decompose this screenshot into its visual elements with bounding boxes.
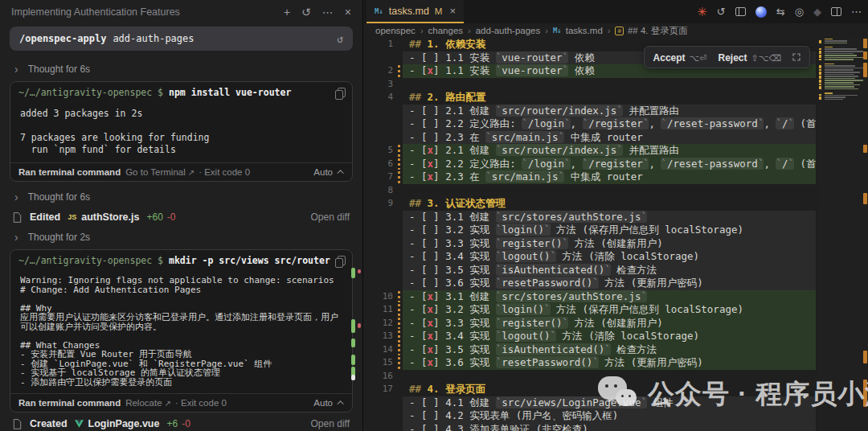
conversation-title: Implementing Authentication Features [11,6,272,18]
agent-panel: Implementing Authentication Features + ↺… [0,0,363,431]
chevron-right-icon: › [420,26,424,35]
more-actions-icon[interactable]: ⋯ [851,6,862,17]
timeline-history-icon[interactable]: ↺ [717,6,726,17]
line-number: 1 [364,38,393,51]
edited-file-row[interactable]: Edited JS authStore.js +60 -0 Open diff [0,207,362,227]
slash-command-chip[interactable]: /openspec-apply add-auth-pages ↺ [10,27,353,51]
rerun-command-icon[interactable]: ↺ [337,33,343,45]
thought-row[interactable]: › Thought for 2s [0,227,362,248]
code-line[interactable]: - [ ] 2.3 在 `src/main.js` 中集成 router [364,131,816,145]
close-panel-icon[interactable]: × [345,6,351,18]
auto-mode-dropdown[interactable]: Auto [313,167,344,177]
code-line[interactable]: - [ ] 3.3 实现 `register()` 方法 (创建新用户) [364,237,816,251]
terminal-output-line: 应用需要用户认证功能来区分访客和已登录用户。通过添加注册和登录页面，用户 [20,313,342,322]
split-editor-icon[interactable] [831,7,841,16]
code-text: - [ ] 3.2 实现 `login()` 方法 (保存用户信息到 local… [403,224,816,237]
more-actions-icon[interactable]: ⋯ [322,6,334,18]
code-area[interactable]: 1## 1. 依赖安装- [ ] 1.1 安装 `vue-router` 依赖2… [364,38,816,431]
code-text: - [x] 2.2 定义路由: `/login`, `/register`, `… [403,158,816,171]
code-line[interactable]: 11- [x] 3.2 实现 `login()` 方法 (保存用户信息到 loc… [364,303,816,317]
code-line[interactable]: - [ ] 3.5 实现 `isAuthenticated()` 检查方法 [364,264,816,277]
code-line[interactable]: 4## 2. 路由配置 [364,91,816,105]
terminal-output: added 3 packages in 2s 7 packages are lo… [10,103,352,162]
diamond-icon[interactable]: ◆ [813,6,821,17]
markdown-file-icon: M↓ [375,7,383,15]
line-number [364,131,393,145]
code-text [403,184,816,198]
code-line[interactable]: 7- [x] 2.3 在 `src/main.js` 中集成 router [364,170,816,184]
line-number: 17 [364,383,393,396]
reject-button[interactable]: Reject⇧⌥⌫ [719,50,781,64]
agent-spark-icon[interactable]: ✳ [697,6,707,18]
thought-row[interactable]: › Thought for 6s [0,59,362,80]
editor-title-actions: ✳ ↺ ⇆ ◎ ◆ ⋯ [697,0,862,23]
auto-mode-dropdown[interactable]: Auto [313,398,344,408]
created-file-row[interactable]: Created LoginPage.vue +6 -0 Open diff [0,414,362,431]
copy-icon[interactable] [335,256,344,266]
expand-icon[interactable] [792,53,800,61]
code-line[interactable]: 10- [x] 3.1 创建 `src/stores/authStore.js` [364,290,816,304]
slash-command-arg: add-auth-pages [113,33,194,44]
accept-label: Accept [653,52,686,64]
open-diff-link[interactable]: Open diff [311,211,350,223]
go-to-terminal-link[interactable]: Go to Terminal [125,167,186,177]
code-line[interactable]: 17## 4. 登录页面 [364,383,816,396]
code-line[interactable]: 5- [x] 2.1 创建 `src/router/index.js` 并配置路… [364,144,816,158]
slash-command-name: /openspec-apply [19,33,106,44]
breadcrumb-item[interactable]: ## 4. 登录页面 [628,25,688,37]
thought-row[interactable]: › Thought for 6s [0,187,362,207]
code-line[interactable]: - [ ] 3.6 实现 `resetPassword()` 方法 (更新用户密… [364,277,816,290]
code-line[interactable]: 8 [364,184,816,198]
code-line[interactable]: - [ ] 2.1 创建 `src/router/index.js` 并配置路由 [364,105,816,118]
code-line[interactable]: - [ ] 4.3 添加表单验证 (非空检查) [364,423,816,431]
breadcrumb-item[interactable]: add-auth-pages [476,26,541,35]
accept-button[interactable]: Accept⌥⏎ [653,50,707,64]
line-number: 10 [364,290,393,304]
notebook-icon[interactable] [735,7,746,16]
code-line[interactable]: 9## 3. 认证状态管理 [364,197,816,211]
code-line[interactable]: 12- [x] 3.3 实现 `register()` 方法 (创建新用户) [364,317,816,330]
code-line[interactable]: 15- [x] 3.6 实现 `resetPassword()` 方法 (更新用… [364,356,816,370]
code-line[interactable]: 16 [364,370,816,384]
terminal-output-line: added 3 packages in 2s [20,108,342,120]
open-diff-link[interactable]: Open diff [311,418,350,429]
minimap[interactable] [818,38,868,431]
open-preview-icon[interactable]: ◎ [795,6,804,17]
code-line[interactable]: 6- [x] 2.2 定义路由: `/login`, `/register`, … [364,158,816,171]
history-icon[interactable]: ↺ [301,6,311,18]
reject-label: Reject [719,52,747,64]
code-text: - [x] 3.6 实现 `resetPassword()` 方法 (更新用户密… [403,356,816,370]
relocate-link[interactable]: Relocate [125,398,162,408]
breadcrumb-item[interactable]: tasks.md [566,26,603,35]
overview-ruler-mark [863,39,867,48]
code-line[interactable]: - [ ] 4.1 创建 `src/views/LoginPage.vue` 组… [364,396,816,410]
new-chat-icon[interactable]: + [284,6,290,18]
code-line[interactable]: - [ ] 3.2 实现 `login()` 方法 (保存用户信息到 local… [364,224,816,237]
breadcrumb-item[interactable]: changes [428,26,463,35]
code-line[interactable]: - [ ] 3.4 实现 `logout()` 方法 (清除 localStor… [364,250,816,264]
code-line[interactable]: 3 [364,78,816,92]
terminal-command: mkdir -p src/views src/router [169,255,330,266]
tab-tasks-md[interactable]: M↓ tasks.md M × [366,0,464,23]
gemini-sphere-icon[interactable] [755,6,767,18]
external-link-icon: ↗ [188,168,194,177]
code-text: ## 3. 认证状态管理 [403,197,816,211]
chevron-up-icon [337,400,343,407]
code-text: - [x] 3.5 实现 `isAuthenticated()` 检查方法 [403,343,816,357]
minimap-line [818,98,868,101]
code-line[interactable]: - [ ] 2.2 定义路由: `/login`, `/register`, `… [364,117,816,131]
copy-icon[interactable] [335,88,344,98]
overview-ruler-mark [863,145,867,153]
gutter-modified-marker [398,291,400,303]
breadcrumb-item[interactable]: openspec [375,26,416,35]
line-number [364,396,393,410]
overview-ruler-mark [863,193,867,204]
code-line[interactable]: 13- [x] 3.4 实现 `logout()` 方法 (清除 localSt… [364,330,816,343]
accept-shortcut: ⌥⏎ [690,53,707,63]
close-tab-icon[interactable]: × [449,5,456,17]
code-line[interactable]: - [ ] 4.2 实现表单 (用户名、密码输入框) [364,409,816,423]
code-line[interactable]: - [ ] 3.1 创建 `src/stores/authStore.js` [364,211,816,224]
git-compare-icon[interactable]: ⇆ [776,6,785,17]
code-line[interactable]: 14- [x] 3.5 实现 `isAuthenticated()` 检查方法 [364,343,816,357]
terminal-output-line: - 实现基于 localStorage 的简单认证状态管理 [20,368,342,378]
